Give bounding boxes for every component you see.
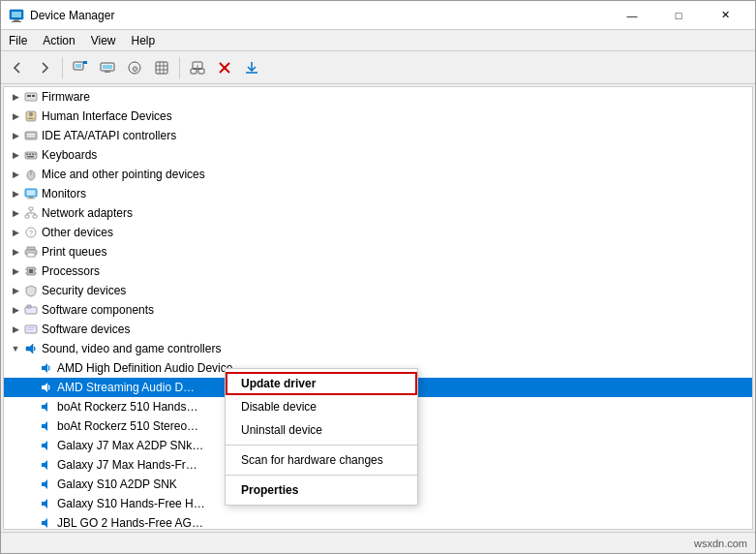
context-update-driver[interactable]: Update driver [226, 372, 417, 395]
update-driver-button[interactable]: ⚙ [122, 55, 147, 80]
tree-item-software-components[interactable]: ▶ Software components [4, 300, 752, 320]
galaxy-s10-a2dp-icon [39, 477, 54, 492]
svg-rect-9 [105, 71, 110, 73]
svg-rect-2 [14, 19, 19, 21]
menu-help[interactable]: Help [124, 32, 164, 49]
svg-rect-37 [32, 154, 34, 156]
amd-hd-audio-icon [39, 360, 54, 376]
svg-rect-36 [29, 154, 31, 156]
context-menu: Update driver Disable device Uninstall d… [225, 368, 418, 506]
expand-galaxy1 [23, 438, 39, 453]
main-content: ▶ Firmware ▶ Human Interface Devices ▶ I… [1, 84, 755, 532]
tree-item-sound-parent[interactable]: ▼ Sound, video and game controllers [4, 339, 752, 358]
expand-processors[interactable]: ▶ [8, 263, 23, 279]
jbl-go-hf-icon [39, 515, 54, 530]
svg-marker-73 [42, 421, 47, 431]
svg-rect-65 [27, 305, 31, 308]
tree-item-jbl-go-hf[interactable]: JBL GO 2 Hands-Free AG… [4, 513, 752, 530]
scan-button[interactable] [149, 55, 174, 80]
software-devices-icon [23, 322, 39, 337]
remove-button[interactable] [212, 55, 237, 80]
svg-rect-55 [27, 247, 35, 250]
expand-software-components[interactable]: ▶ [8, 302, 23, 318]
expand-print[interactable]: ▶ [8, 244, 23, 260]
back-button[interactable] [5, 55, 30, 80]
expand-security[interactable]: ▶ [8, 283, 23, 298]
expand-sound[interactable]: ▼ [8, 341, 23, 356]
svg-rect-34 [25, 152, 37, 159]
amd-streaming-label: AMD Streaming Audio D… [57, 381, 195, 394]
download-button[interactable] [239, 55, 264, 80]
svg-text:?: ? [29, 230, 33, 236]
galaxy-a2dp1-label: Galaxy J7 Max A2DP SNk… [57, 439, 203, 452]
human-interface-icon [23, 108, 39, 124]
svg-text:⚙: ⚙ [132, 65, 138, 74]
svg-rect-33 [27, 136, 35, 137]
menu-file[interactable]: File [1, 32, 35, 49]
tree-item-keyboards[interactable]: ▶ Keyboards [4, 145, 752, 165]
amd-hd-audio-label: AMD High Definition Audio Device [57, 361, 232, 375]
device-tree[interactable]: ▶ Firmware ▶ Human Interface Devices ▶ I… [3, 86, 753, 530]
svg-rect-48 [33, 215, 37, 218]
forward-button[interactable] [32, 55, 57, 80]
tree-item-security[interactable]: ▶ Security devices [4, 281, 752, 300]
properties-button[interactable] [68, 55, 93, 80]
maximize-button[interactable]: □ [656, 1, 701, 30]
network-button[interactable] [185, 55, 210, 80]
tree-item-mice[interactable]: ▶ Mice and other pointing devices [4, 165, 752, 184]
processors-icon [23, 263, 39, 279]
context-scan-hardware[interactable]: Scan for hardware changes [226, 448, 417, 472]
expand-galaxy-s10-1 [23, 477, 39, 492]
app-icon [9, 8, 24, 23]
menu-action[interactable]: Action [35, 32, 82, 49]
svg-rect-43 [27, 191, 35, 196]
context-disable-device[interactable]: Disable device [226, 395, 417, 418]
expand-firmware[interactable]: ▶ [8, 89, 23, 105]
print-label: Print queues [42, 245, 106, 259]
expand-human-interface[interactable]: ▶ [8, 108, 23, 124]
tree-item-human-interface[interactable]: ▶ Human Interface Devices [4, 107, 752, 126]
svg-marker-77 [42, 499, 47, 508]
expand-galaxy-s10-2 [23, 496, 39, 511]
software-devices-label: Software devices [42, 323, 130, 336]
svg-rect-32 [27, 134, 35, 135]
expand-jbl1 [23, 515, 39, 530]
svg-rect-44 [29, 197, 33, 199]
boat-stereo1-icon [39, 418, 54, 434]
expand-network[interactable]: ▶ [8, 205, 23, 221]
expand-boat2 [23, 418, 39, 434]
svg-rect-57 [27, 253, 35, 257]
sound-icon [23, 341, 39, 356]
ide-icon [23, 128, 39, 143]
expand-other[interactable]: ▶ [8, 225, 23, 240]
expand-keyboards[interactable]: ▶ [8, 147, 23, 163]
close-button[interactable]: ✕ [703, 1, 747, 30]
minimize-button[interactable]: — [610, 1, 654, 30]
mice-icon [23, 167, 39, 182]
tree-item-ide[interactable]: ▶ IDE ATA/ATAPI controllers [4, 126, 752, 145]
print-icon [23, 244, 39, 260]
expand-monitors[interactable]: ▶ [8, 186, 23, 201]
tree-item-other[interactable]: ▶ ? Other devices [4, 223, 752, 242]
tree-item-firmware[interactable]: ▶ Firmware [4, 87, 752, 107]
monitors-label: Monitors [42, 187, 86, 200]
context-uninstall-device[interactable]: Uninstall device [226, 418, 417, 442]
svg-marker-78 [42, 518, 47, 528]
svg-rect-6 [83, 61, 87, 64]
menu-view[interactable]: View [83, 32, 124, 49]
expand-ide[interactable]: ▶ [8, 128, 23, 143]
galaxy-hf1-label: Galaxy J7 Max Hands-Fr… [57, 458, 197, 472]
expand-mice[interactable]: ▶ [8, 167, 23, 182]
tree-item-network[interactable]: ▶ Network adapters [4, 203, 752, 223]
human-interface-label: Human Interface Devices [42, 109, 172, 123]
boat-hands1-label: boAt Rockerz 510 Hands… [57, 400, 197, 414]
tree-item-processors[interactable]: ▶ Processors [4, 262, 752, 281]
tree-item-software-devices[interactable]: ▶ Software devices [4, 320, 752, 339]
tree-item-print[interactable]: ▶ Print queues [4, 242, 752, 262]
show-devices-button[interactable] [95, 55, 120, 80]
context-properties[interactable]: Properties [226, 478, 417, 502]
other-label: Other devices [42, 226, 113, 239]
tree-item-monitors[interactable]: ▶ Monitors [4, 184, 752, 203]
svg-rect-19 [198, 69, 204, 74]
expand-software-devices[interactable]: ▶ [8, 322, 23, 337]
